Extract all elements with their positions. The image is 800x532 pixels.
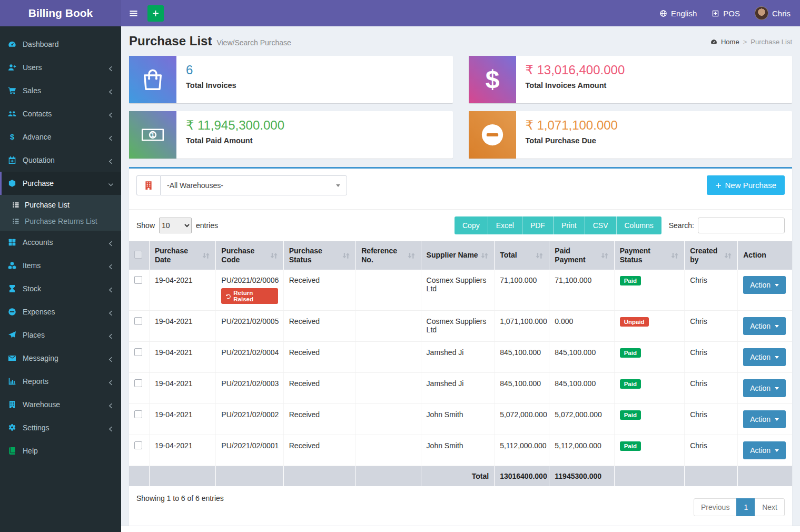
cell-created-by: Chris [685, 373, 738, 404]
action-dropdown-button[interactable]: Action [743, 379, 786, 397]
cell-action: Action [738, 342, 792, 373]
sort-icon[interactable] [670, 252, 679, 259]
pos-button[interactable]: POS [712, 9, 740, 18]
sidebar-item-dashboard[interactable]: Dashboard [0, 33, 121, 56]
row-checkbox[interactable] [134, 379, 142, 387]
column-header-payment-status[interactable]: Payment Status [614, 241, 684, 270]
sidebar-item-expenses[interactable]: Expenses [0, 300, 121, 323]
stat-card-icon-box [469, 111, 516, 159]
sidebar-item-label: Advance [23, 133, 51, 141]
sidebar-item-help[interactable]: Help [0, 439, 121, 462]
sidebar-item-purchase-returns-list[interactable]: Purchase Returns List [0, 213, 121, 229]
app-logo[interactable]: Billing Book [0, 0, 121, 26]
row-checkbox[interactable] [134, 348, 142, 356]
column-header-created-by[interactable]: Created by [685, 241, 738, 270]
cell-action: Action [738, 404, 792, 435]
export-button-excel[interactable]: Excel [488, 216, 522, 234]
sidebar-item-advance[interactable]: $Advance [0, 125, 121, 149]
action-button-label: Action [750, 281, 771, 289]
row-checkbox[interactable] [134, 441, 142, 449]
purchase-code-text: PU/2021/02/0006 [221, 276, 278, 284]
cell-purchase-status: Received [283, 270, 356, 311]
row-checkbox[interactable] [134, 276, 142, 284]
cell-supplier-name: Jamshed Ji [421, 342, 495, 373]
sidebar-item-messaging[interactable]: Messaging [0, 347, 121, 370]
pagination-next[interactable]: Next [755, 498, 785, 516]
export-button-copy[interactable]: Copy [455, 216, 488, 234]
row-checkbox[interactable] [134, 317, 142, 325]
sidebar-item-label: Settings [23, 423, 50, 432]
sidebar-item-stock[interactable]: Stock [0, 277, 121, 300]
sidebar-item-contacts[interactable]: Contacts [0, 102, 121, 125]
sidebar-item-sales[interactable]: Sales [0, 79, 121, 102]
stat-card-total-invoices-amount: $₹ 13,016,400.000Total Invoices Amount [469, 56, 793, 103]
cell-select [129, 270, 149, 311]
sort-icon[interactable] [724, 252, 732, 259]
row-checkbox[interactable] [134, 410, 142, 418]
sidebar-item-warehouse[interactable]: Warehouse [0, 393, 121, 416]
cell-supplier-name: Cosmex Suppliers Ltd [421, 270, 495, 311]
cell-select [129, 373, 149, 404]
sidebar-item-users[interactable]: Users [0, 56, 121, 79]
column-header-label: Purchase Date [155, 247, 201, 265]
cell-purchase-code: PU/2021/02/0006Return Raised [216, 270, 283, 311]
export-button-pdf[interactable]: PDF [522, 216, 553, 234]
sidebar-item-settings[interactable]: Settings [0, 416, 121, 439]
sidebar-item-reports[interactable]: Reports [0, 370, 121, 393]
column-header-label: Supplier Name [427, 251, 480, 260]
sidebar-item-quotation[interactable]: Quotation [0, 149, 121, 172]
sort-icon[interactable] [407, 252, 416, 259]
page-size-select[interactable]: 10 [159, 218, 192, 233]
select-all-checkbox[interactable] [134, 251, 142, 259]
action-dropdown-button[interactable]: Action [743, 348, 786, 366]
sort-icon[interactable] [342, 252, 350, 259]
user-menu[interactable]: Chris [755, 6, 791, 20]
sidebar-item-items[interactable]: Items [0, 254, 121, 277]
column-header-purchase-date[interactable]: Purchase Date [149, 241, 215, 270]
action-dropdown-button[interactable]: Action [743, 276, 786, 294]
return-raised-badge[interactable]: Return Raised [221, 288, 278, 304]
sidebar-toggle-button[interactable] [121, 0, 145, 26]
action-dropdown-button[interactable]: Action [743, 441, 786, 459]
sort-icon[interactable] [480, 252, 489, 259]
pagination-previous[interactable]: Previous [694, 498, 737, 516]
column-header-inner: Total [500, 251, 544, 260]
sidebar-item-purchase[interactable]: Purchase [0, 172, 121, 195]
footer-empty-cell [738, 466, 792, 487]
cell-action: Action [738, 373, 792, 404]
language-menu[interactable]: English [659, 9, 697, 18]
sidebar-item-accounts[interactable]: Accounts [0, 231, 121, 254]
column-header-supplier-name[interactable]: Supplier Name [421, 241, 495, 270]
column-header-purchase-code[interactable]: Purchase Code [216, 241, 283, 270]
sidebar-item-places[interactable]: Places [0, 323, 121, 347]
pagination-page-1[interactable]: 1 [736, 498, 755, 516]
column-header-paid-payment[interactable]: Paid Payment [549, 241, 614, 270]
column-header-action[interactable]: Action [738, 241, 792, 270]
minus-circle-icon [8, 308, 16, 316]
sort-icon[interactable] [202, 252, 210, 259]
column-header-purchase-status[interactable]: Purchase Status [283, 241, 356, 270]
action-dropdown-button[interactable]: Action [743, 410, 786, 428]
warehouse-select[interactable]: -All Warehouses- [160, 175, 347, 195]
cell-created-by: Chris [685, 342, 738, 373]
home-icon [710, 38, 717, 45]
chevron-left-icon [108, 134, 114, 140]
column-header-total[interactable]: Total [495, 241, 549, 270]
sort-icon[interactable] [270, 252, 278, 259]
export-button-columns[interactable]: Columns [616, 216, 661, 234]
search-input[interactable] [698, 218, 785, 233]
breadcrumb-home[interactable]: Home [721, 38, 739, 46]
export-button-print[interactable]: Print [553, 216, 585, 234]
sort-icon[interactable] [535, 252, 544, 259]
sort-icon[interactable] [600, 252, 609, 259]
action-dropdown-button[interactable]: Action [743, 317, 786, 335]
quick-add-button[interactable] [147, 5, 164, 22]
stat-card-icon-box: 1 [129, 111, 176, 159]
sidebar-item-purchase-list[interactable]: Purchase List [0, 196, 121, 213]
new-purchase-button[interactable]: New Purchase [707, 175, 785, 195]
export-button-csv[interactable]: CSV [585, 216, 616, 234]
svg-text:$: $ [10, 133, 14, 141]
entries-label: entries [196, 221, 218, 230]
column-header-reference-no[interactable]: Reference No. [356, 241, 421, 270]
cell-payment-status: Paid [614, 373, 684, 404]
